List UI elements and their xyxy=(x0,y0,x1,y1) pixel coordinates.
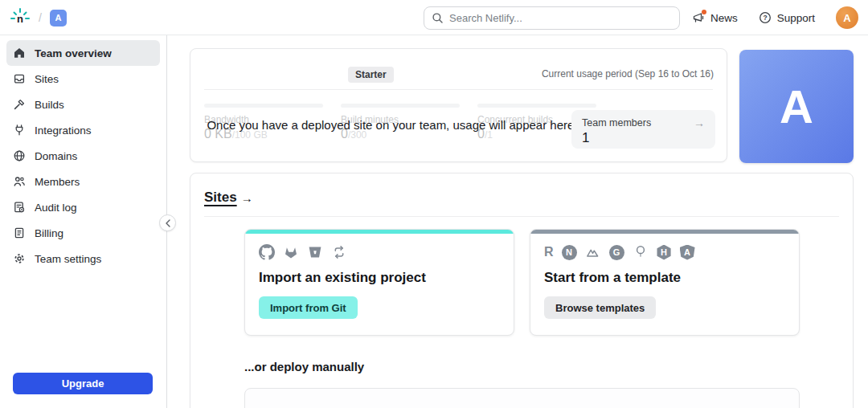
template-card-title: Start from a template xyxy=(544,270,785,286)
import-card-title: Import an existing project xyxy=(259,270,500,286)
team-members-count: 1 xyxy=(582,130,705,146)
chevron-left-icon xyxy=(165,219,171,227)
sidebar-item-label: Builds xyxy=(35,99,64,111)
plan-badge: Starter xyxy=(348,67,394,83)
breadcrumb-separator: / xyxy=(39,11,42,24)
github-icon xyxy=(259,244,275,260)
team-avatar-card: A xyxy=(739,50,854,163)
sidebar-item-sites[interactable]: Sites xyxy=(6,66,160,92)
sidebar-item-members[interactable]: Members xyxy=(6,169,160,194)
divider xyxy=(204,216,839,217)
import-project-card: Import an existing project Import from G… xyxy=(244,229,514,336)
user-avatar[interactable]: A xyxy=(836,6,858,29)
support-button[interactable]: ? Support xyxy=(759,11,815,24)
nav-actions: News ? Support A xyxy=(692,0,858,35)
search-input[interactable] xyxy=(449,12,672,24)
sidebar-item-label: Integrations xyxy=(35,124,92,137)
netlify-logo-icon[interactable]: n xyxy=(10,7,31,28)
receipt-icon xyxy=(13,226,26,239)
import-from-git-button[interactable]: Import from Git xyxy=(259,296,358,319)
gear-icon xyxy=(13,252,26,265)
plug-icon xyxy=(13,124,26,137)
angular-icon: A xyxy=(680,245,695,260)
sidebar-item-billing[interactable]: Billing xyxy=(6,220,160,246)
usage-card: Starter Current usage period (Sep 16 to … xyxy=(190,48,727,162)
svg-text:?: ? xyxy=(763,14,767,22)
people-icon xyxy=(13,175,26,188)
document-clock-icon xyxy=(13,201,26,214)
sidebar-item-audit-log[interactable]: Audit log xyxy=(6,194,160,220)
globe-icon xyxy=(13,149,26,162)
framework-icons: R N G H A xyxy=(544,243,785,261)
breadcrumb: n / A xyxy=(10,0,67,35)
azure-devops-icon xyxy=(331,244,347,260)
remix-icon: R xyxy=(544,246,554,259)
sidebar-item-domains[interactable]: Domains xyxy=(6,143,160,169)
gatsby-icon: G xyxy=(609,245,624,260)
hammer-icon xyxy=(13,98,26,111)
sites-heading: Sites → xyxy=(204,190,839,206)
question-circle-icon: ? xyxy=(759,11,772,24)
sidebar-item-label: Audit log xyxy=(35,202,77,214)
arrow-right-icon: → xyxy=(241,191,253,205)
sidebar-item-label: Team overview xyxy=(35,47,112,59)
sites-heading-link[interactable]: Sites xyxy=(204,190,237,206)
hugo-icon: H xyxy=(657,245,672,260)
sidebar-item-label: Team settings xyxy=(35,253,101,265)
gitlab-icon xyxy=(283,244,299,260)
sidebar: Team overview Sites Builds Integrations … xyxy=(0,35,167,408)
sidebar-item-label: Members xyxy=(35,176,80,188)
eleventy-balloon-icon xyxy=(633,244,649,260)
arrow-right-icon: → xyxy=(694,116,705,129)
manual-deploy-dropzone[interactable] xyxy=(244,388,800,408)
progress-bar xyxy=(341,104,460,108)
upgrade-button[interactable]: Upgrade xyxy=(13,373,153,394)
progress-bar xyxy=(477,104,596,108)
team-initial: A xyxy=(780,80,813,133)
top-nav: n / A News ? xyxy=(0,0,868,35)
team-members-label: Team members xyxy=(582,117,651,129)
news-button[interactable]: News xyxy=(692,11,738,24)
search-icon xyxy=(432,12,444,24)
sidebar-item-integrations[interactable]: Integrations xyxy=(6,117,160,143)
sidebar-item-team-overview[interactable]: Team overview xyxy=(6,40,160,66)
progress-bar xyxy=(204,104,323,108)
usage-period-label: Current usage period (Sep 16 to Oct 16) xyxy=(542,68,714,80)
news-label: News xyxy=(710,12,738,24)
sidebar-collapse-button[interactable] xyxy=(159,214,176,231)
sidebar-item-builds[interactable]: Builds xyxy=(6,92,160,117)
divider xyxy=(204,89,713,90)
sites-inbox-icon xyxy=(13,72,26,85)
git-provider-icons xyxy=(259,243,500,261)
usage-empty-message: Once you have a deployed site on your te… xyxy=(204,118,580,132)
megaphone-icon xyxy=(692,11,705,24)
svg-text:n: n xyxy=(17,13,23,25)
search-bar[interactable] xyxy=(424,6,680,30)
browse-templates-button[interactable]: Browse templates xyxy=(544,296,656,319)
sidebar-item-label: Sites xyxy=(35,73,59,85)
news-notification-dot xyxy=(702,10,706,14)
sidebar-item-label: Domains xyxy=(35,150,77,162)
template-card: R N G H A Start from a template Browse xyxy=(530,229,800,336)
sites-card: Sites → xyxy=(190,173,854,408)
nuxt-icon xyxy=(585,244,601,260)
home-icon xyxy=(13,47,26,59)
sidebar-item-label: Billing xyxy=(35,227,63,239)
nextjs-icon: N xyxy=(562,245,577,260)
sidebar-item-team-settings[interactable]: Team settings xyxy=(6,246,160,271)
deploy-manually-label: ...or deploy manually xyxy=(244,360,839,373)
team-members-card[interactable]: Team members → 1 xyxy=(571,110,715,149)
bitbucket-icon xyxy=(307,244,323,260)
team-breadcrumb-badge[interactable]: A xyxy=(50,10,67,27)
support-label: Support xyxy=(777,12,815,24)
